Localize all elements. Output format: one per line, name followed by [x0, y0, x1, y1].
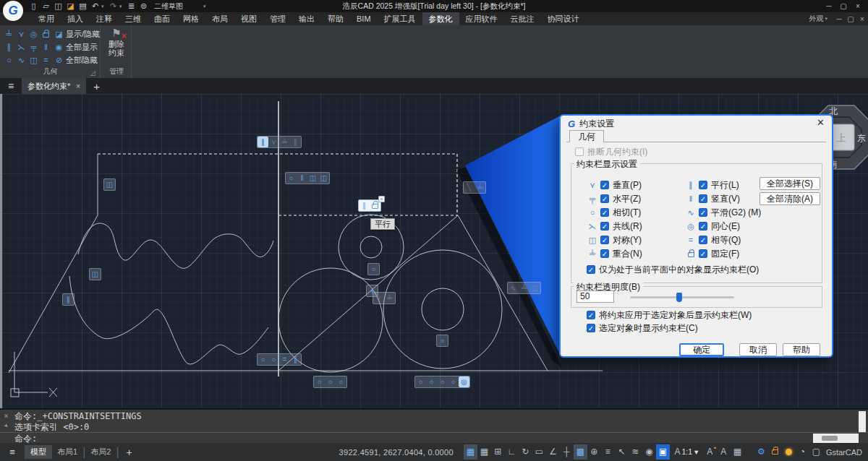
constraint-badge[interactable]: ◫	[89, 268, 101, 280]
command-hscrollbar[interactable]	[813, 434, 859, 443]
coincident-icon[interactable]: ╧	[3, 27, 15, 40]
redo-icon[interactable]: ↷	[107, 1, 119, 11]
constraint-badge[interactable]: ∥⋎╧∥	[257, 136, 302, 148]
ribbon-tab-布局[interactable]: 布局	[205, 12, 234, 25]
annotation-scale-icon[interactable]: A	[717, 444, 731, 460]
smooth-checkbox[interactable]	[699, 208, 707, 217]
constraint-badge[interactable]: ∥×	[358, 199, 381, 212]
cell-grid-icon[interactable]: ▦	[731, 444, 744, 460]
symmetric-checkbox[interactable]	[600, 236, 609, 244]
undo-icon[interactable]: ↶	[89, 1, 101, 11]
infer-constraints-checkbox-row[interactable]: 推断几何约束(I)	[575, 146, 647, 158]
tab-geometry[interactable]: 几何	[569, 130, 604, 142]
transparency-input[interactable]: 50	[576, 290, 614, 303]
center-snap-icon[interactable]: ⊕	[587, 444, 601, 460]
hide-all-button[interactable]: ⊘全部隐藏	[54, 53, 100, 66]
minimize-button[interactable]: ─	[822, 0, 836, 12]
concentric-checkbox[interactable]	[699, 222, 707, 231]
app-logo-icon[interactable]: G	[3, 1, 23, 21]
vertical-icon[interactable]: ‖	[40, 40, 52, 53]
ribbon-tab-云批注[interactable]: 云批注	[504, 12, 541, 25]
polar-tracking-icon[interactable]: ↻	[519, 444, 532, 460]
performance-icon[interactable]: ◔	[796, 444, 809, 460]
print-icon[interactable]: ▤	[77, 1, 89, 11]
object-snap-icon[interactable]: ┼	[560, 444, 574, 460]
constraint-badge[interactable]: ○○○	[313, 376, 347, 388]
new-file-icon[interactable]: ▯	[27, 1, 40, 11]
infer-constraints-checkbox[interactable]	[575, 147, 584, 156]
ribbon-tab-协同设计[interactable]: 协同设计	[541, 12, 586, 25]
model-tab[interactable]: 模型	[25, 445, 52, 459]
lineweight-icon[interactable]: ≡	[601, 444, 615, 460]
constraint-badge[interactable]: ○○○○◎	[414, 376, 470, 388]
ribbon-tab-BIM[interactable]: BIM	[350, 12, 378, 25]
tangent-icon[interactable]: ○	[3, 53, 15, 66]
doc-menu-icon[interactable]: ≡	[0, 80, 22, 92]
tab-close-icon[interactable]: ×	[76, 82, 80, 90]
ribbon-tab-网格[interactable]: 网格	[176, 12, 205, 25]
new-layout-button[interactable]: +	[119, 447, 140, 458]
workspace-caret-icon[interactable]: ▾	[203, 4, 206, 9]
dialog-close-icon[interactable]: ✕	[817, 117, 825, 128]
ok-button[interactable]: 确定	[679, 343, 724, 356]
layer-isolate-icon[interactable]: ≋	[629, 444, 642, 460]
appearance-menu[interactable]: 外观	[809, 14, 823, 24]
show-all-button[interactable]: ◉全部显示	[54, 40, 100, 53]
vertical-checkbox[interactable]	[699, 194, 707, 203]
restore-button[interactable]: ▢	[836, 0, 851, 12]
show-hide-button[interactable]: ◪显示/隐藏	[54, 27, 100, 40]
grid-display-icon[interactable]: ▦	[477, 444, 491, 460]
select-all-button[interactable]: 全部选择(S)	[760, 177, 820, 190]
command-close-icon[interactable]: ×	[0, 412, 12, 420]
doc-restore-button[interactable]: ▢	[845, 15, 856, 23]
isometric-icon[interactable]: ∠	[546, 444, 560, 460]
parallel-checkbox[interactable]	[699, 181, 707, 189]
panel-dialog-launcher-icon[interactable]: ◿	[90, 69, 95, 77]
snap-mode-icon[interactable]: ⊞	[491, 444, 505, 460]
constraint-badge[interactable]: ◫	[103, 178, 116, 191]
transparency-slider[interactable]	[630, 296, 734, 298]
close-button[interactable]: ×	[851, 0, 865, 12]
delete-constraint-button[interactable]: ⚑× 删除 约束	[101, 27, 132, 57]
show-after-apply-row[interactable]: 将约束应用于选定对象后显示约束栏(W)	[587, 309, 752, 321]
bulb-icon[interactable]	[782, 444, 796, 460]
constraint-badge[interactable]: ∥	[62, 293, 75, 306]
ribbon-tab-扩展工具[interactable]: 扩展工具	[378, 12, 422, 25]
constraint-badge[interactable]: ⋎╧	[373, 292, 396, 304]
command-vscrollbar[interactable]	[859, 411, 866, 432]
ribbon-tab-视图[interactable]: 视图	[234, 12, 263, 25]
dynamic-input-icon[interactable]: ▭	[532, 444, 546, 460]
constraint-badge[interactable]: ○	[436, 335, 448, 347]
snap-grid-icon[interactable]: ▦	[464, 444, 477, 460]
ribbon-tab-插入[interactable]: 插入	[61, 12, 90, 25]
equal-icon[interactable]: =	[40, 53, 52, 66]
fix-checkbox[interactable]	[699, 249, 707, 258]
workspace-selector[interactable]: 二维草图	[154, 1, 183, 12]
hatch-snap-icon[interactable]: ▩	[574, 444, 587, 460]
statusbar-menu-icon[interactable]: ≡	[0, 447, 25, 457]
layer-stack-icon[interactable]: ≣	[125, 1, 137, 11]
open-file-icon[interactable]: ▱	[40, 1, 52, 11]
annotation-visibility-icon[interactable]: A1:1 ▾	[670, 444, 703, 460]
symmetric-icon[interactable]: ◫	[27, 53, 40, 66]
badge-close-icon[interactable]: ×	[378, 196, 385, 202]
command-window[interactable]: × ➤ 命令:_+CONSTRAINTSETTINGS 选项卡索引 <0>:0 …	[0, 408, 868, 443]
constraint-badge[interactable]: ○	[367, 263, 380, 275]
concentric-icon[interactable]: ◎	[27, 27, 40, 40]
equal-checkbox[interactable]	[699, 236, 707, 244]
show-on-select-checkbox[interactable]	[587, 324, 595, 332]
ribbon-tab-三维[interactable]: 三维	[119, 12, 148, 25]
quick-zoom-icon[interactable]: ◉	[642, 444, 656, 460]
ortho-icon[interactable]: ∟	[505, 444, 519, 460]
smooth-icon[interactable]: ∿	[15, 53, 27, 66]
appearance-caret-icon[interactable]: ▾	[825, 16, 827, 22]
constraint-badge[interactable]: ∿╧◫	[507, 282, 541, 294]
collinear-icon[interactable]: ⋋	[15, 40, 27, 53]
ribbon-tab-常用[interactable]: 常用	[32, 12, 61, 25]
collinear-checkbox[interactable]	[600, 222, 609, 231]
parallel-icon[interactable]: ∥	[3, 40, 15, 53]
doc-minimize-button[interactable]: ─	[833, 15, 845, 23]
new-tab-button[interactable]: +	[93, 80, 100, 92]
ribbon-tab-应用软件[interactable]: 应用软件	[459, 12, 504, 25]
coincident-checkbox[interactable]	[600, 249, 609, 258]
